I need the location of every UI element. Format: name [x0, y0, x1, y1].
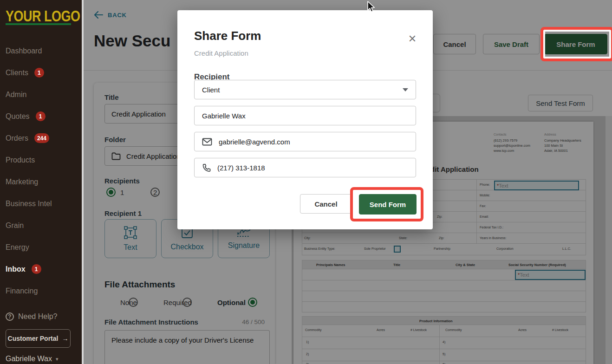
customer-portal-button[interactable]: Customer Portal →	[6, 329, 71, 348]
sidebar-item-quotes[interactable]: Quotes1	[0, 105, 82, 127]
sidebar-item-energy[interactable]: Energy	[0, 236, 82, 258]
sidebar-item-business-intel[interactable]: Business Intel	[0, 193, 82, 214]
chevron-down-icon: ▾	[56, 356, 59, 362]
need-help-label: Need Help?	[18, 312, 58, 321]
user-menu[interactable]: Gabrielle Wax ▾	[6, 355, 58, 363]
app-root: YOUR LOGO Dashboard Clients1 Admin Quote…	[0, 0, 612, 364]
logo-underline	[6, 23, 71, 25]
share-form-highlight-annotation	[540, 27, 612, 61]
user-name: Gabrielle Wax	[6, 355, 52, 363]
sidebar-item-orders[interactable]: Orders244	[0, 127, 82, 149]
sidebar-nav: Dashboard Clients1 Admin Quotes1 Orders2…	[0, 40, 82, 302]
sidebar-item-financing[interactable]: Financing	[0, 280, 82, 302]
quotes-badge: 1	[36, 111, 46, 121]
envelope-icon	[202, 138, 212, 146]
phone-icon	[202, 163, 211, 172]
company-logo: YOUR LOGO	[6, 7, 80, 26]
sidebar-item-grain[interactable]: Grain	[0, 214, 82, 236]
inbox-badge: 1	[32, 264, 41, 274]
modal-title: Share Form	[194, 29, 261, 43]
need-help-link[interactable]: ? Need Help?	[6, 312, 58, 321]
arrow-right-icon: →	[62, 335, 68, 342]
sidebar-item-inbox[interactable]: Inbox1	[0, 258, 82, 280]
recipient-type-select[interactable]: Client	[194, 80, 416, 99]
sidebar-item-admin[interactable]: Admin	[0, 84, 82, 105]
sidebar: YOUR LOGO Dashboard Clients1 Admin Quote…	[0, 0, 84, 364]
clients-badge: 1	[34, 68, 44, 78]
sidebar-item-clients[interactable]: Clients1	[0, 62, 82, 84]
send-form-highlight-annotation	[350, 187, 423, 221]
sidebar-item-dashboard[interactable]: Dashboard	[0, 40, 82, 62]
modal-cancel-button[interactable]: Cancel	[300, 194, 352, 214]
close-icon[interactable]: ✕	[407, 33, 418, 45]
recipient-email-input[interactable]: gabrielle@agvend.com	[194, 132, 416, 151]
sidebar-item-marketing[interactable]: Marketing	[0, 171, 82, 193]
modal-subtitle: Credit Application	[194, 49, 248, 57]
orders-badge: 244	[34, 133, 49, 143]
question-circle-icon: ?	[6, 312, 14, 321]
chevron-down-icon	[403, 88, 408, 91]
recipient-phone-input[interactable]: (217) 313-1818	[194, 158, 416, 177]
mouse-cursor	[366, 1, 376, 13]
sidebar-item-products[interactable]: Products	[0, 149, 82, 171]
recipient-name-input[interactable]: Gabrielle Wax	[194, 106, 416, 125]
